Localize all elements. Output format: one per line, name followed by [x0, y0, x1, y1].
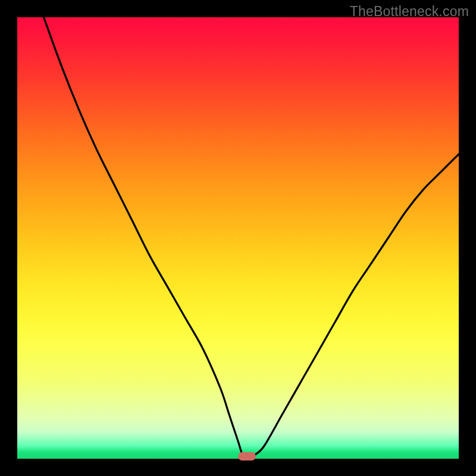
chart-frame: TheBottleneck.com	[0, 0, 476, 476]
attribution-text: TheBottleneck.com	[350, 4, 469, 20]
plot-area	[17, 17, 459, 459]
bottleneck-curve	[17, 17, 459, 459]
optimal-marker	[238, 452, 256, 461]
